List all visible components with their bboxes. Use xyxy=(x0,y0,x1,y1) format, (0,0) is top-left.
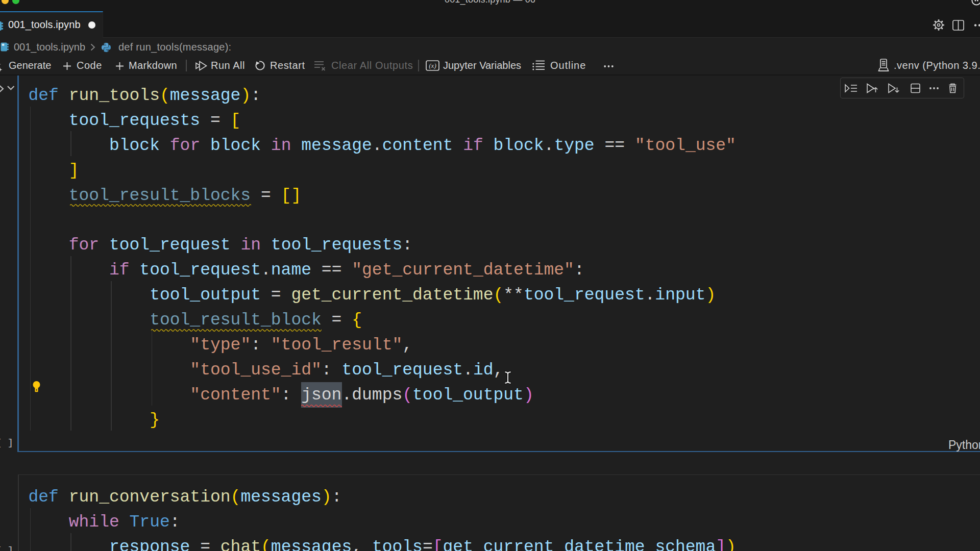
svg-text:(x): (x) xyxy=(429,62,436,69)
